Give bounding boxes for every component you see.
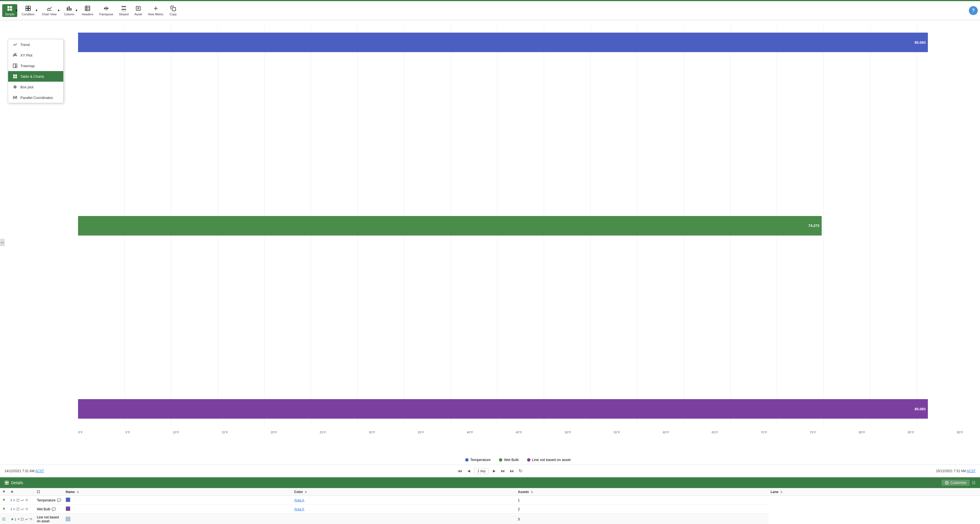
comment-icon-wetbulb[interactable]: 💬 xyxy=(52,507,56,511)
check-icon-wetbulb[interactable]: ☐ xyxy=(16,507,19,511)
table-row: ℹ ✕ ☐ °F Line not based on asset xyxy=(0,514,980,524)
close-icon-line[interactable]: ✕ xyxy=(17,517,20,521)
svg-rect-19 xyxy=(121,8,126,8)
svg-rect-51 xyxy=(7,483,8,484)
svg-rect-5 xyxy=(29,6,30,8)
svg-rect-39 xyxy=(13,76,15,78)
column-dropdown-arrow[interactable]: ▼ xyxy=(75,9,78,12)
trend-icon-temperature xyxy=(20,499,24,502)
close-icon-temperature[interactable]: ✕ xyxy=(13,499,16,502)
info-icon-temperature[interactable]: ℹ xyxy=(11,498,12,502)
timeline-refresh-button[interactable]: ↻ xyxy=(518,467,523,475)
svg-rect-48 xyxy=(5,481,6,483)
comment-icon-temperature[interactable]: 💬 xyxy=(57,498,61,502)
svg-rect-12 xyxy=(85,6,90,11)
edit-icon xyxy=(2,517,6,521)
pin-filled-icon xyxy=(2,507,6,510)
row-asset-temperature: Area A xyxy=(292,496,515,505)
transpose-button[interactable]: Transpose xyxy=(96,4,116,17)
svg-rect-10 xyxy=(69,6,70,11)
details-panel: Details Customize ☷ ✕ xyxy=(0,477,980,524)
check-icon-temperature[interactable]: ☐ xyxy=(16,499,19,502)
bar-wetbulb: 74.273 xyxy=(78,216,963,238)
th-check: ☐ xyxy=(35,488,63,496)
timeline-period[interactable]: 1 day xyxy=(474,468,488,474)
th-name: Name ⇅ xyxy=(64,488,292,496)
dropdown-table-charts[interactable]: Table & Charts xyxy=(8,71,63,82)
pin-icon-line xyxy=(11,518,14,521)
timeline-last-button[interactable]: ⏭ xyxy=(509,467,515,475)
svg-rect-9 xyxy=(67,7,68,11)
unit-icon-line: °F xyxy=(29,518,32,521)
timeline-prev-button[interactable]: ◄ xyxy=(466,467,472,475)
th-close: ✕ xyxy=(8,488,35,496)
row-actions-line: ℹ ✕ ☐ °F xyxy=(8,514,35,524)
legend-wetbulb: Wet Bulb xyxy=(499,458,519,462)
svg-point-30 xyxy=(15,53,16,54)
timeline-next-button[interactable]: ► xyxy=(491,467,498,475)
svg-rect-4 xyxy=(26,6,28,8)
help-button[interactable]: ? xyxy=(969,6,978,15)
row-color-wetbulb[interactable] xyxy=(64,505,292,514)
pin-filled-icon xyxy=(2,498,6,502)
details-icon xyxy=(5,481,9,485)
condition-dropdown-arrow[interactable]: ▼ xyxy=(35,9,38,12)
svg-rect-11 xyxy=(70,8,72,11)
unit-icon-wetbulb: °F xyxy=(25,508,28,511)
svg-rect-37 xyxy=(13,75,15,76)
info-icon-line[interactable]: ℹ xyxy=(15,517,16,521)
striped-button[interactable]: Striped xyxy=(116,4,131,17)
svg-rect-1 xyxy=(10,6,12,8)
timeline-fast-forward-button[interactable]: ⏭ xyxy=(500,467,506,475)
dropdown-trend[interactable]: Trend xyxy=(8,39,63,50)
chartview-dropdown-arrow[interactable]: ▼ xyxy=(57,9,60,12)
svg-rect-6 xyxy=(26,8,28,10)
info-icon-wetbulb[interactable]: ℹ xyxy=(11,507,12,511)
svg-point-32 xyxy=(16,55,17,56)
dropdown-box-plot[interactable]: Box plot xyxy=(8,82,63,92)
row-asset-line xyxy=(292,514,515,524)
svg-rect-7 xyxy=(29,8,30,10)
svg-rect-3 xyxy=(10,8,12,10)
row-name-wetbulb: Wet Bulb 💬 xyxy=(35,505,63,514)
svg-rect-2 xyxy=(8,8,10,10)
dropdown-xy-plot[interactable]: XY Plot xyxy=(8,50,63,61)
table-row: ℹ ✕ ☐ °F Temperature 💬 xyxy=(0,496,980,505)
condition-button[interactable]: Condition xyxy=(19,4,37,17)
row-actions-temperature: ℹ ✕ ☐ °F xyxy=(8,496,35,505)
details-grid-btn[interactable]: ☷ xyxy=(972,481,975,485)
row-color-line[interactable] xyxy=(64,514,292,524)
close-icon-wetbulb[interactable]: ✕ xyxy=(13,507,16,511)
side-collapse-button[interactable]: «» xyxy=(0,239,5,246)
dropdown-treemap[interactable]: Treemap xyxy=(8,61,63,71)
row-actions-wetbulb: ℹ ✕ ☐ °F xyxy=(8,505,35,514)
timeline-bar: 14/12/2021 7:31 AM ACST ⏮ ◄ 1 day ► ⏭ ⏭ … xyxy=(0,465,980,477)
asset-button[interactable]: Asset xyxy=(131,4,145,17)
unit-icon-temperature: °F xyxy=(25,499,28,502)
dropdown-parallel-coords[interactable]: Parallel Coordinates xyxy=(8,92,63,103)
timeline-first-button[interactable]: ⏮ xyxy=(457,467,463,475)
details-table: ✕ ☐ Name ⇅ Color ⇅ Assets ⇅ L xyxy=(0,488,980,524)
th-pin xyxy=(0,488,8,496)
svg-rect-50 xyxy=(5,483,6,484)
end-tz-link[interactable]: ACST xyxy=(967,469,975,473)
bar-line-not-asset: 85.093 xyxy=(78,399,963,421)
svg-point-29 xyxy=(14,54,15,55)
customize-button[interactable]: Customize xyxy=(942,480,970,486)
main-container: «» Trend XY Plot xyxy=(0,20,980,524)
start-tz-link[interactable]: ACST xyxy=(35,469,44,473)
legend-line-not-asset: Line not based on asset xyxy=(527,458,571,462)
th-lane: Lane ⇅ xyxy=(768,488,980,496)
row-pin-wetbulb xyxy=(0,505,8,514)
check-icon-line[interactable]: ☐ xyxy=(21,517,24,521)
chart-view-button[interactable]: Chart View xyxy=(39,4,60,17)
simple-dropdown-arrow[interactable]: ▼ xyxy=(15,9,18,12)
th-assets: Assets ⇅ xyxy=(515,488,768,496)
row-color-temperature[interactable] xyxy=(64,496,292,505)
svg-rect-0 xyxy=(8,6,10,8)
headers-button[interactable]: Headers xyxy=(79,4,96,17)
trend-icon-wetbulb xyxy=(20,507,24,511)
svg-rect-40 xyxy=(15,76,17,78)
copy-button[interactable]: Copy xyxy=(166,4,180,17)
new-metric-button[interactable]: New Metric xyxy=(145,4,166,17)
